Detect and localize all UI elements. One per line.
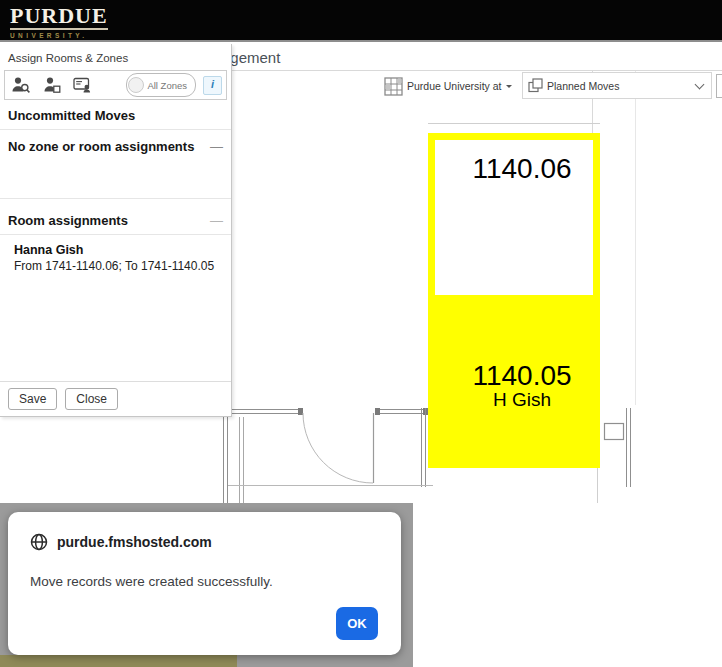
chevron-down-icon xyxy=(695,80,705,90)
uncommitted-empty-space xyxy=(0,160,231,198)
assignment-item[interactable]: Hanna Gish From 1741-1140.06; To 1741-11… xyxy=(0,235,231,273)
info-button[interactable]: i xyxy=(203,76,222,95)
dialog-message: Move records were created successfully. xyxy=(8,551,401,589)
all-zones-toggle[interactable]: All Zones xyxy=(126,73,196,97)
room-label: 1140.05 xyxy=(428,361,600,390)
assignment-person-name: Hanna Gish xyxy=(14,243,223,257)
assign-rooms-zones-panel: Assign Rooms & Zones xyxy=(0,44,232,417)
building-selector[interactable]: Purdue University at We xyxy=(384,74,512,98)
room-1140-05[interactable]: 1140.05 H Gish xyxy=(428,302,600,468)
no-assignments-row: No zone or room assignments — xyxy=(0,130,231,160)
uncommitted-moves-heading: Uncommitted Moves xyxy=(8,108,135,123)
person-box-icon xyxy=(43,76,61,94)
toggle-knob[interactable] xyxy=(128,77,144,93)
globe-icon xyxy=(30,533,48,551)
clipped-toolbar-button[interactable] xyxy=(716,74,722,98)
room-occupant-label: H Gish xyxy=(428,390,600,410)
all-zones-label: All Zones xyxy=(147,80,194,91)
floorplan-grid-icon xyxy=(384,77,403,96)
no-assignments-text: No zone or room assignments xyxy=(8,139,194,154)
zone-card-icon xyxy=(73,76,93,94)
close-button[interactable]: Close xyxy=(65,388,118,410)
person-assign-button[interactable] xyxy=(40,74,64,96)
move-view-select[interactable]: Planned Moves xyxy=(522,72,712,99)
room-assignments-header: Room assignments — xyxy=(0,205,231,235)
zone-card-button[interactable] xyxy=(71,74,95,96)
person-search-button[interactable] xyxy=(9,74,33,96)
fixture-square xyxy=(605,424,624,440)
section-divider xyxy=(0,198,231,205)
caret-down-icon xyxy=(506,85,512,91)
person-search-icon xyxy=(11,76,31,94)
room-label: 1140.06 xyxy=(435,154,593,183)
panel-footer: Save Close xyxy=(0,381,231,416)
collapse-toggle[interactable]: — xyxy=(210,213,223,228)
browser-alert-dialog: purdue.fmshosted.com Move records were c… xyxy=(8,512,401,655)
building-selector-label: Purdue University at We xyxy=(407,80,502,92)
assignment-detail: From 1741-1140.06; To 1741-1140.05 xyxy=(14,259,223,273)
dialog-header: purdue.fmshosted.com xyxy=(8,512,401,551)
uncommitted-moves-header: Uncommitted Moves xyxy=(0,100,231,130)
dimmed-gold-bar xyxy=(0,655,237,667)
room-1140-06[interactable]: 1140.06 xyxy=(428,133,600,302)
save-button[interactable]: Save xyxy=(8,388,57,410)
panel-toolbar: All Zones i xyxy=(4,70,227,100)
room-assignments-heading: Room assignments xyxy=(8,213,128,228)
panel-title: Assign Rooms & Zones xyxy=(0,44,231,70)
ok-button[interactable]: OK xyxy=(336,607,378,640)
collapse-toggle[interactable]: — xyxy=(210,139,223,154)
dialog-origin: purdue.fmshosted.com xyxy=(57,534,212,550)
layers-icon xyxy=(528,78,543,93)
move-view-label: Planned Moves xyxy=(547,80,692,92)
app-screen: PURDUE UNIVERSITY. agement xyxy=(0,0,722,667)
